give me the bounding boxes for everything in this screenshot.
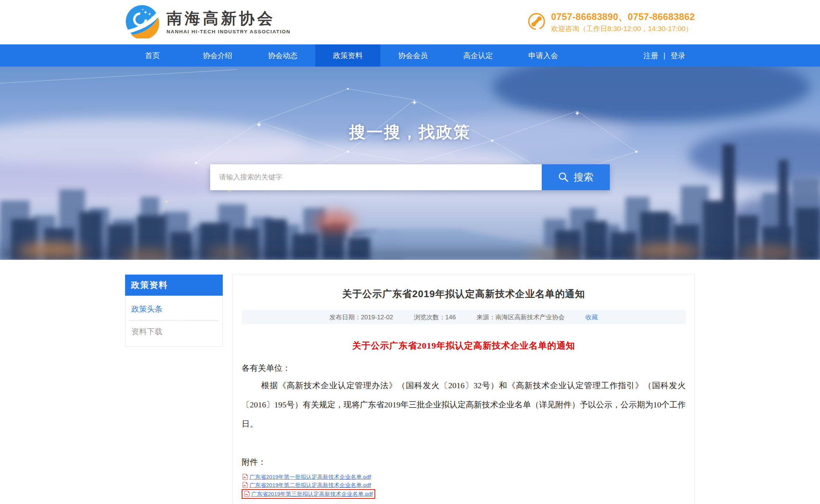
sidebar-item-policy-headlines[interactable]: 政策头条: [125, 298, 222, 320]
view-count: 浏览次数：146: [414, 313, 456, 322]
phone-welcome-text: 欢迎咨询（工作日8:30-12:00，14:30-17:00）: [551, 24, 695, 34]
nav-item-about[interactable]: 协会介绍: [185, 44, 250, 67]
pdf-icon: [242, 474, 248, 480]
sidebar-item-downloads[interactable]: 资料下载: [125, 320, 222, 343]
salutation: 各有关单位：: [242, 363, 686, 374]
main-navigation: 首页 协会介绍 协会动态 政策资料 协会会员 高企认定 申请入会 注册 | 登录: [0, 44, 820, 67]
article-source: 来源：南海区高新技术产业协会: [477, 313, 565, 322]
brand-name-en: NANHAI HI-TECH INDUSTRY ASSOCIATION: [167, 29, 290, 34]
pdf-icon: [242, 482, 248, 488]
association-logo-icon: [125, 4, 159, 40]
attachment-row-highlighted: 广东省2019年第三批拟认定高新技术企业名单.pdf: [242, 489, 375, 499]
attachments-list: 广东省2019年第一批拟认定高新技术企业名单.pdf 广东省2019年第二批拟认…: [242, 473, 686, 499]
site-header: 南海高新协会 NANHAI HI-TECH INDUSTRY ASSOCIATI…: [0, 0, 820, 44]
nav-item-policy[interactable]: 政策资料: [315, 44, 380, 67]
page-content: 政策资料 政策头条 资料下载 关于公示广东省2019年拟认定高新技术企业名单的通…: [0, 275, 820, 504]
sidebar-title: 政策资料: [125, 275, 223, 296]
policy-sidebar: 政策资料 政策头条 资料下载: [125, 275, 223, 347]
nav-item-members[interactable]: 协会会员: [380, 44, 446, 67]
notice-red-heading: 关于公示广东省2019年拟认定高新技术企业名单的通知: [242, 340, 686, 352]
auth-divider: |: [663, 51, 665, 60]
city-skyline-image: [0, 67, 820, 260]
publish-date: 发布日期：2019-12-02: [329, 313, 393, 322]
contact-phone-block: 0757-86683890、0757-86683862 欢迎咨询（工作日8:30…: [527, 11, 695, 34]
register-link[interactable]: 注册: [643, 51, 658, 61]
hero-slogan: 搜一搜，找政策: [0, 121, 820, 143]
nav-item-home[interactable]: 首页: [120, 44, 185, 67]
search-button-label: 搜索: [574, 171, 594, 184]
attachment-link-batch2[interactable]: 广东省2019年第二批拟认定高新技术企业名单.pdf: [249, 481, 371, 489]
attachment-link-batch3[interactable]: 广东省2019年第三批拟认定高新技术企业名单.pdf: [251, 490, 373, 498]
nav-item-news[interactable]: 协会动态: [250, 44, 315, 67]
phone-icon: [527, 12, 546, 32]
brand-name-cn: 南海高新协会: [167, 10, 290, 27]
attachments-label: 附件：: [242, 457, 686, 468]
article-title: 关于公示广东省2019年拟认定高新技术企业名单的通知: [242, 288, 686, 300]
magnifier-icon: [558, 172, 569, 183]
attachment-row: 广东省2019年第一批拟认定高新技术企业名单.pdf: [242, 473, 372, 481]
hero-banner: 搜一搜，找政策 搜索: [0, 67, 820, 260]
article-meta-bar: 发布日期：2019-12-02 浏览次数：146 来源：南海区高新技术产业协会 …: [242, 310, 686, 324]
nav-item-hitech-certification[interactable]: 高企认定: [446, 44, 511, 67]
notice-body-paragraph: 根据《高新技术企业认定管理办法》（国科发火〔2016〕32号）和《高新技术企业认…: [242, 376, 686, 434]
pdf-icon: [244, 491, 250, 497]
site-logo[interactable]: 南海高新协会 NANHAI HI-TECH INDUSTRY ASSOCIATI…: [125, 4, 290, 40]
phone-numbers: 0757-86683890、0757-86683862: [551, 11, 695, 23]
login-link[interactable]: 登录: [671, 51, 685, 61]
favorite-link[interactable]: 收藏: [585, 313, 598, 322]
search-button[interactable]: 搜索: [542, 164, 610, 190]
search-input[interactable]: [210, 164, 542, 190]
article-panel: 关于公示广东省2019年拟认定高新技术企业名单的通知 发布日期：2019-12-…: [232, 275, 695, 504]
attachment-row: 广东省2019年第二批拟认定高新技术企业名单.pdf: [242, 481, 372, 489]
attachment-link-batch1[interactable]: 广东省2019年第一批拟认定高新技术企业名单.pdf: [249, 473, 371, 481]
nav-item-apply[interactable]: 申请入会: [511, 44, 576, 67]
policy-search-bar: 搜索: [210, 164, 610, 190]
